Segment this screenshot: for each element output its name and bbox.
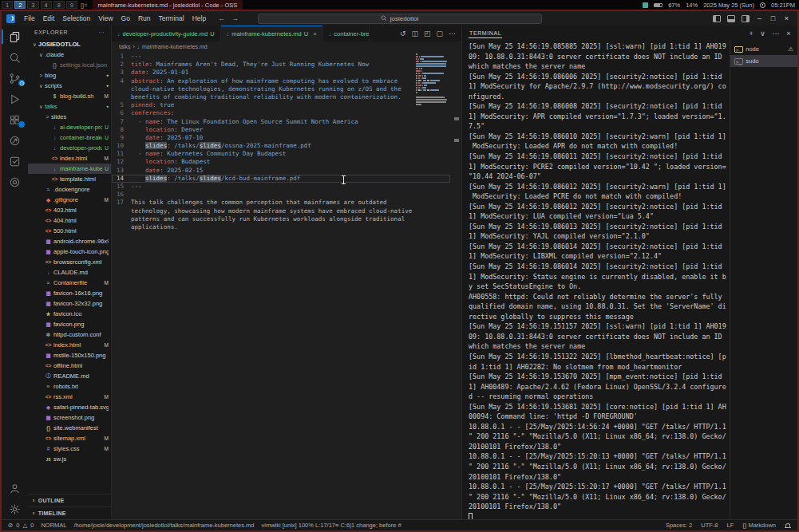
account-icon[interactable] — [2, 478, 28, 499]
editor-tab[interactable]: ↓container-break — [323, 26, 370, 41]
code-line[interactable]: cloud-native technologies, demonstrating… — [112, 85, 450, 93]
code-line[interactable]: 5pinned: true — [112, 101, 450, 109]
encoding-setting[interactable]: UTF-8 — [701, 522, 718, 529]
code-line[interactable]: 3date: 2025-01-01 — [112, 69, 450, 77]
vim-mode[interactable]: NORMAL — [41, 522, 66, 529]
workspace-button-4[interactable]: 4 — [41, 1, 52, 9]
terminal-session-node[interactable]: >_node⚠ — [730, 43, 797, 55]
remote-explorer-icon[interactable] — [2, 130, 28, 151]
tab-close-icon[interactable]: × — [313, 30, 317, 37]
code-line[interactable]: 16 — [112, 191, 450, 199]
toggle-secondary-sidebar-icon[interactable] — [742, 15, 750, 22]
code-line[interactable]: 12 location: Budapest — [112, 158, 450, 166]
history-icon[interactable]: ↺ — [400, 30, 406, 37]
breadcrumb[interactable]: talks › ↓ mainframe-kubernetes.md — [112, 41, 461, 51]
file-item[interactable]: JSsw.js — [28, 454, 111, 464]
file-item[interactable]: ≈.dockerignore — [28, 184, 111, 195]
back-arrow-icon[interactable]: ← — [218, 14, 225, 22]
code-line[interactable]: 14 slides: /talks/slides/kcd-bud-mainfra… — [112, 175, 450, 183]
editor-scrollbar[interactable] — [451, 51, 461, 519]
menu-go[interactable]: Go — [117, 14, 134, 23]
file-item[interactable]: ≈ContainerfileM — [28, 278, 111, 288]
toggle-primary-sidebar-icon[interactable] — [713, 15, 721, 22]
folder-item[interactable]: ∨scripts● — [28, 81, 111, 91]
minimap[interactable] — [415, 53, 450, 106]
file-item[interactable]: ⓘREADME.md — [28, 371, 111, 381]
terminal-output[interactable]: [Sun May 25 14:56:19.085885 2025] [ssl:w… — [462, 41, 730, 519]
file-item[interactable]: ▦screenshot.png — [28, 412, 111, 423]
file-item[interactable]: ↓developer-producti...U — [28, 143, 111, 153]
explorer-icon[interactable] — [2, 26, 28, 47]
file-item[interactable]: ★favicon.ico — [28, 309, 111, 319]
workspace-button-9[interactable]: 9 — [66, 1, 77, 9]
code-line[interactable]: 2title: Mainframes Aren't Dead, They're … — [112, 61, 450, 69]
file-item[interactable]: <>index.htmlM — [28, 340, 111, 350]
file-item[interactable]: <>sitemap.xmlM — [28, 433, 111, 443]
menu-view[interactable]: View — [94, 14, 117, 23]
file-item[interactable]: ▦mstile-150x150.png — [28, 350, 111, 361]
explorer-more-actions-icon[interactable]: ⋯ — [99, 30, 105, 36]
more-actions-icon[interactable]: ⋯ — [449, 30, 456, 37]
timeline-section[interactable]: › TIMELINE — [28, 506, 111, 519]
file-item[interactable]: ↓ai-developer-produ...U — [28, 122, 111, 132]
new-terminal-icon[interactable]: + — [749, 30, 754, 37]
file-item[interactable]: ▦favicon-16x16.png — [28, 288, 111, 298]
minimize-button[interactable]: – — [754, 14, 765, 22]
code-line[interactable]: 10 slides: /talks/slides/ossna-2025-main… — [112, 142, 450, 150]
folder-item[interactable]: ∨JOSIEDOTLOL — [28, 39, 111, 49]
tray-app-icon[interactable] — [643, 2, 648, 8]
file-item[interactable]: <>403.html — [28, 205, 111, 215]
file-item[interactable]: $blog-build.shM — [28, 91, 111, 101]
terminal-panel-tab[interactable]: TERMINAL — [469, 28, 502, 38]
editor-tab[interactable]: ↓developer-productivity-guide.mdU — [112, 26, 221, 41]
file-item[interactable]: ▦favicon.png — [28, 319, 111, 329]
menu-terminal[interactable]: Terminal — [155, 14, 188, 23]
search-icon[interactable] — [2, 47, 28, 68]
run-debug-icon[interactable] — [2, 89, 28, 109]
file-item[interactable]: ↓CLAUDE.md — [28, 267, 111, 278]
file-item[interactable]: ▦favicon-32x32.png — [28, 298, 111, 309]
code-editor[interactable]: 1---2title: Mainframes Aren't Dead, They… — [112, 51, 461, 519]
extensions-icon[interactable] — [2, 109, 28, 130]
menu-selection[interactable]: Selection — [58, 14, 94, 23]
code-line[interactable]: 6conferences: — [112, 109, 450, 117]
language-mode[interactable]: {} Markdown — [742, 522, 776, 529]
folder-item[interactable]: >blog● — [28, 70, 111, 81]
workspace-button-1[interactable]: 1 — [2, 1, 13, 9]
code-line[interactable]: 8 location: Denver — [112, 126, 450, 134]
eol-setting[interactable]: LF — [727, 522, 734, 529]
menu-help[interactable]: Help — [188, 14, 210, 23]
code-line[interactable]: patterns and can successfully run Kubern… — [112, 215, 450, 223]
containers-icon[interactable] — [2, 171, 28, 192]
workspace-button-2[interactable]: 2 — [14, 1, 26, 9]
code-line[interactable]: 7 - name: The Linux Foundation Open Sour… — [112, 118, 450, 126]
testing-icon[interactable] — [2, 151, 28, 171]
settings-icon[interactable] — [2, 499, 28, 519]
code-line[interactable]: technology, showcasing how modern mainfr… — [112, 207, 450, 215]
workspace-button-3[interactable]: 3 — [27, 1, 38, 9]
outline-section[interactable]: › OUTLINE — [28, 494, 111, 506]
menu-file[interactable]: File — [20, 14, 39, 23]
file-item[interactable]: {}settings.local.json — [28, 60, 111, 70]
file-item[interactable]: ▦apple-touch-icon.png — [28, 246, 111, 257]
workspace-button-8[interactable]: 8 — [53, 1, 65, 9]
file-item[interactable]: <>offline.html — [28, 361, 111, 371]
file-item[interactable]: ◆.gitignoreM — [28, 195, 111, 205]
breadcrumb-folder[interactable]: talks — [119, 44, 130, 49]
file-item[interactable]: ◈safari-pinned-tab.svg — [28, 402, 111, 412]
code-line[interactable]: 17This talk challenges the common percep… — [112, 199, 450, 207]
split-editor-icon[interactable]: ◫ — [411, 30, 418, 37]
editor-tab[interactable]: ↓mainframe-kubernetes.mdU× — [221, 26, 323, 41]
compare-icon[interactable]: ◰ — [424, 30, 431, 37]
code-line[interactable]: 4abstract: An exploration of how mainfra… — [112, 77, 450, 85]
terminal-more-icon[interactable]: ⋯ — [773, 30, 781, 37]
folder-item[interactable]: >slides — [28, 112, 111, 122]
code-line[interactable]: 11 - name: Kubernetes Community Day Buda… — [112, 150, 450, 158]
close-button[interactable]: × — [781, 14, 793, 22]
file-item[interactable]: #styles.cssM — [28, 443, 111, 454]
file-item[interactable]: ↓mainframe-kubern...U — [28, 164, 111, 174]
file-item[interactable]: <>404.html — [28, 215, 111, 226]
folder-item[interactable]: ∨talks● — [28, 101, 111, 112]
code-line[interactable]: applications. — [112, 223, 450, 231]
code-line[interactable]: 13 date: 2025-02-15 — [112, 167, 450, 175]
